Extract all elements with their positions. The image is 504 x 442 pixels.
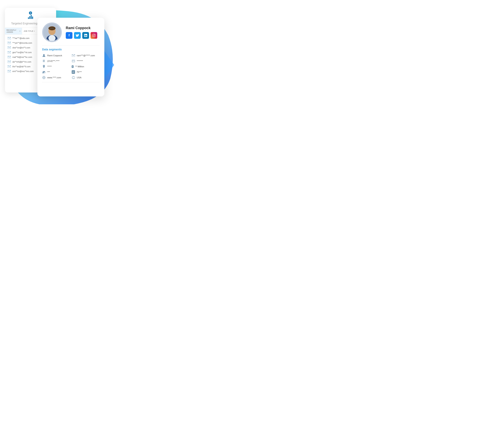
zip-icon: ZIP [72, 70, 75, 74]
svg-rect-23 [44, 61, 45, 61]
svg-rect-17 [43, 60, 44, 60]
social-links: f [66, 32, 100, 39]
location-icon [42, 65, 46, 68]
dollar-icon: $ [72, 65, 74, 68]
recently-added-header[interactable]: RECENTLY ADDED ▾ [5, 28, 22, 35]
flag-icon [72, 76, 75, 79]
email-icon [8, 46, 11, 49]
avatar [42, 22, 62, 42]
data-segments-title: Data segments [42, 48, 100, 51]
profile-info: Rami Coppock f [66, 26, 100, 39]
svg-rect-18 [43, 60, 44, 61]
phone-icon [42, 59, 46, 63]
data-item-email: ram***@*****.com [72, 54, 100, 57]
email-icon [8, 42, 11, 44]
scene: $ Targeted Engineering Database RECENTLY… [2, 2, 116, 108]
svg-point-26 [73, 60, 73, 61]
email-icon [8, 56, 11, 58]
data-item-id: ******* [72, 59, 100, 63]
profile-card: Rami Coppock f Data [37, 18, 104, 96]
svg-point-34 [72, 76, 75, 79]
globe-icon [42, 76, 46, 79]
svg-rect-21 [44, 60, 45, 60]
twitter-button[interactable] [74, 32, 81, 39]
svg-point-15 [43, 54, 45, 56]
svg-rect-14 [50, 28, 54, 29]
chevron-down-icon: ▾ [19, 30, 20, 32]
bottom-divider [42, 82, 100, 82]
data-item-name: Rami Coppock [42, 54, 70, 57]
logo-icon: $ [28, 11, 33, 19]
data-item-zip: ZIP 75*** [72, 70, 100, 74]
svg-point-30 [44, 71, 45, 72]
email-icon [8, 61, 11, 63]
email-icon [8, 70, 11, 72]
person-icon [42, 54, 46, 57]
data-grid: Rami Coppock ram***@*****.com (214)***-*… [42, 54, 100, 79]
email-icon [8, 37, 11, 39]
avatar-inner [43, 24, 61, 41]
people-icon [42, 70, 46, 74]
chevron-down-icon: ▾ [34, 30, 35, 32]
svg-rect-22 [44, 60, 45, 61]
linkedin-icon [84, 34, 87, 37]
data-item-revenue: $ ** Million [72, 65, 100, 68]
data-item-country: USA [72, 76, 100, 79]
svg-rect-19 [43, 61, 44, 61]
id-card-icon [72, 59, 75, 63]
profile-name: Rami Coppock [66, 26, 100, 30]
email-icon [8, 65, 11, 68]
svg-rect-24 [44, 62, 45, 62]
job-title-header[interactable]: JOB TITLE ▾ [22, 28, 39, 35]
linkedin-button[interactable] [82, 32, 89, 39]
email-icon [8, 51, 11, 53]
twitter-icon [76, 34, 79, 37]
instagram-icon [92, 34, 95, 37]
data-item-website: www.****.com [42, 76, 70, 79]
svg-point-29 [43, 71, 44, 72]
data-item-employees: *** [42, 70, 70, 74]
profile-header: Rami Coppock f [42, 22, 100, 42]
person-illustration [43, 24, 61, 41]
email-icon [72, 54, 75, 57]
facebook-button[interactable]: f [66, 32, 72, 39]
data-item-phone: (214)***-**** [42, 59, 70, 63]
instagram-button[interactable] [90, 32, 97, 39]
svg-rect-20 [43, 62, 44, 62]
data-item-location: ***** [42, 65, 70, 68]
